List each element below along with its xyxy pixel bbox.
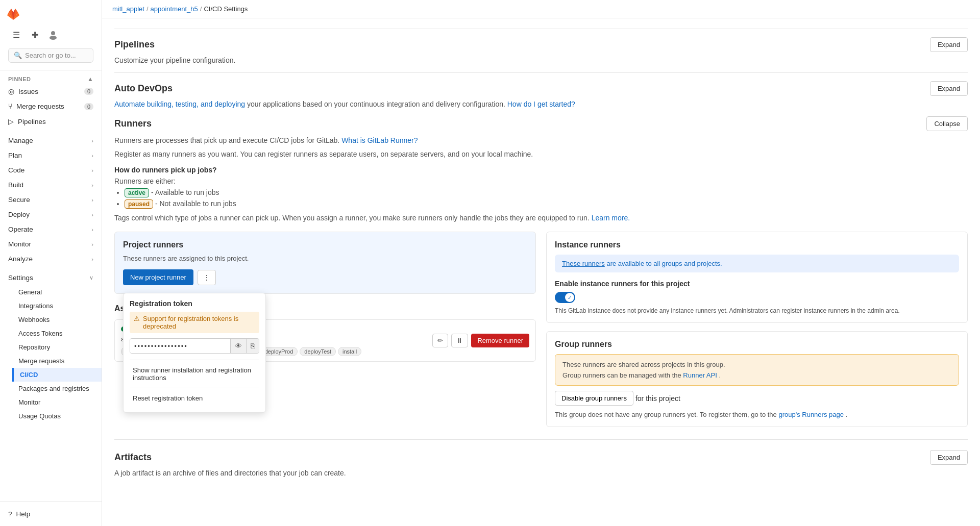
instance-available: These runners are available to all group… [555, 255, 959, 272]
reg-token-input[interactable] [130, 339, 230, 353]
sidebar-item-repository[interactable]: Repository [12, 340, 102, 354]
monitor-chevron: › [91, 241, 93, 247]
how-get-started-link[interactable]: How do I get started? [507, 100, 575, 108]
sidebar-item-general[interactable]: General [12, 285, 102, 299]
new-project-runner-btn[interactable]: New project runner [123, 269, 193, 285]
dots-menu-btn[interactable]: ⋮ [198, 270, 216, 285]
show-instructions-item[interactable]: Show runner installation and registratio… [130, 362, 259, 386]
settings-label: Settings [8, 274, 85, 282]
pinned-toggle-btn[interactable]: ▲ [87, 76, 93, 83]
runners-two-col: Project runners These runners are assign… [114, 232, 968, 427]
runner-edit-btn[interactable]: ✏ [432, 334, 448, 347]
breadcrumb-appointment-h5[interactable]: appointment_h5 [151, 5, 198, 13]
user-avatar-btn[interactable] [45, 27, 61, 43]
artifacts-expand-btn[interactable]: Expand [930, 450, 968, 465]
runners-collapse-btn[interactable]: Collapse [926, 116, 968, 131]
runner-pause-btn[interactable]: ⏸ [451, 334, 468, 347]
general-label: General [18, 288, 95, 296]
sidebar-item-deploy[interactable]: Deploy › [0, 207, 102, 222]
pinned-header: Pinned ▲ [0, 72, 102, 84]
sidebar-item-plan[interactable]: Plan › [0, 148, 102, 163]
tags-desc-text: Tags control which type of jobs a runner… [114, 214, 590, 222]
dropdown-divider-2 [130, 388, 259, 388]
usage-quotas-label: Usage Quotas [18, 412, 95, 420]
sidebar-item-secure[interactable]: Secure › [0, 192, 102, 207]
automate-link[interactable]: Automate building, testing, and deployin… [114, 100, 245, 108]
sidebar-item-pipelines[interactable]: ▷ Pipelines [0, 114, 102, 129]
pipeline-desc: Customize your pipeline configuration. [114, 56, 968, 64]
sidebar-item-monitor-sub[interactable]: Monitor [12, 395, 102, 409]
instance-runner-toggle[interactable]: ✓ [555, 292, 575, 303]
new-item-btn[interactable]: ✚ [27, 27, 43, 43]
sidebar-item-cicd[interactable]: CI/CD [12, 368, 102, 382]
sidebar-item-build[interactable]: Build › [0, 178, 102, 192]
reg-token-reveal-btn[interactable]: 👁 [230, 339, 246, 353]
gitlab-logo[interactable] [4, 4, 97, 24]
auto-devops-expand-btn[interactable]: Expand [930, 81, 968, 96]
sidebar-toggle-btn[interactable]: ☰ [8, 27, 24, 43]
manage-label: Manage [8, 137, 87, 144]
issues-label: Issues [18, 88, 80, 95]
artifacts-title: Artifacts [114, 452, 152, 463]
build-chevron: › [91, 182, 93, 188]
operate-chevron: › [91, 227, 93, 233]
svg-point-5 [51, 31, 55, 35]
group-runners-page-link[interactable]: group's Runners page [778, 411, 844, 418]
project-runners-desc: These runners are assigned to this proje… [123, 255, 527, 262]
breadcrumb: mitl_applet / appointment_h5 / CI/CD Set… [102, 0, 980, 18]
issues-badge: 0 [84, 88, 93, 95]
group-info3: . [719, 371, 721, 379]
group-note: This group does not have any group runne… [555, 411, 959, 418]
these-runners-link[interactable]: These runners [562, 260, 605, 267]
pinned-label: Pinned [8, 76, 31, 82]
group-note-end: . [846, 411, 848, 418]
help-icon: ? [8, 510, 12, 518]
sidebar-item-analyze[interactable]: Analyze › [0, 252, 102, 266]
instance-group-runners-col: Instance runners These runners are avail… [546, 232, 968, 427]
remove-runner-btn[interactable]: Remove runner [471, 334, 529, 347]
reset-token-item[interactable]: Reset registration token [130, 390, 259, 406]
disable-group-runners-btn[interactable]: Disable group runners [555, 391, 633, 406]
help-section: ? Help [0, 502, 102, 526]
breadcrumb-mitl-applet[interactable]: mitl_applet [112, 5, 144, 13]
sidebar-item-settings[interactable]: Settings ∨ [0, 270, 102, 285]
dropdown-divider-1 [130, 360, 259, 360]
runners-desc1-text: Runners are processes that pick up and e… [114, 136, 339, 144]
search-box[interactable]: 🔍 Search or go to... [8, 48, 93, 63]
settings-section: Settings ∨ General Integrations Webhooks… [0, 268, 102, 425]
breadcrumb-sep-1: / [146, 5, 149, 13]
sidebar-item-monitor[interactable]: Monitor › [0, 237, 102, 252]
group-info2-text: Group runners can be managed with the [562, 371, 681, 379]
sidebar-item-packages-registries[interactable]: Packages and registries [12, 382, 102, 395]
sidebar-item-webhooks[interactable]: Webhooks [12, 313, 102, 327]
reg-token-copy-btn[interactable]: ⎘ [246, 339, 259, 353]
learn-more-link[interactable]: Learn more. [592, 214, 630, 222]
merge-requests-badge: 0 [84, 103, 93, 110]
disable-group-row: Disable group runners for this project [555, 391, 959, 406]
code-chevron: › [91, 167, 93, 173]
sidebar-item-operate[interactable]: Operate › [0, 222, 102, 237]
access-tokens-label: Access Tokens [18, 330, 95, 337]
sidebar-item-integrations[interactable]: Integrations [12, 299, 102, 313]
sidebar-item-access-tokens[interactable]: Access Tokens [12, 327, 102, 340]
sidebar-item-manage[interactable]: Manage › [0, 133, 102, 148]
sidebar-item-code[interactable]: Code › [0, 163, 102, 178]
deploy-label: Deploy [8, 211, 87, 218]
reg-token-warning: ⚠ Support for registration tokens is dep… [130, 312, 259, 333]
analyze-label: Analyze [8, 255, 87, 263]
what-is-runner-link[interactable]: What is GitLab Runner? [341, 136, 418, 144]
pipeline-expand-btn[interactable]: Expand [930, 37, 968, 52]
manage-chevron: › [91, 138, 93, 144]
sidebar-item-merge-requests[interactable]: ⑂ Merge requests 0 [0, 99, 102, 114]
instance-note: This GitLab instance does not provide an… [555, 307, 959, 314]
plan-chevron: › [91, 153, 93, 159]
sidebar-item-usage-quotas[interactable]: Usage Quotas [12, 409, 102, 423]
sidebar-item-merge-requests-settings[interactable]: Merge requests [12, 354, 102, 368]
secure-label: Secure [8, 196, 87, 204]
runners-either: Runners are either: [114, 177, 968, 185]
sidebar-item-help[interactable]: ? Help [8, 507, 93, 521]
instance-runners-title: Instance runners [555, 240, 959, 249]
sidebar-item-issues[interactable]: ◎ Issues 0 [0, 84, 102, 99]
runner-api-link[interactable]: Runner API [683, 371, 717, 379]
runner-actions: New project runner ⋮ Registration token … [123, 269, 527, 285]
